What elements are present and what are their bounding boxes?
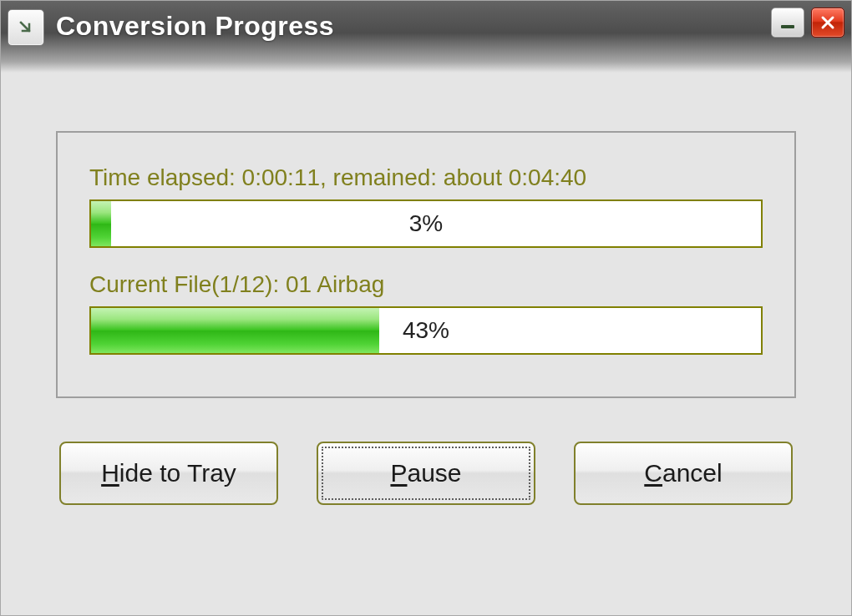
window-title: Conversion Progress (56, 11, 759, 42)
system-menu-icon[interactable] (8, 9, 44, 46)
client-area: Time elapsed: 0:00:11, remained: about 0… (1, 73, 851, 615)
overall-progress-percent: 3% (91, 201, 761, 246)
button-label: ause (407, 459, 461, 487)
mnemonic: P (390, 459, 407, 487)
minimize-icon (781, 25, 794, 28)
hide-to-tray-button[interactable]: Hide to Tray (59, 442, 278, 505)
file-progress-percent: 43% (91, 308, 761, 353)
cancel-button[interactable]: Cancel (574, 442, 793, 505)
progress-panel: Time elapsed: 0:00:11, remained: about 0… (56, 131, 796, 398)
button-row: Hide to Tray Pause Cancel (56, 442, 796, 505)
mnemonic: H (101, 459, 119, 487)
button-label: ancel (662, 459, 723, 487)
conversion-progress-window: Conversion Progress Time elapsed: 0:00:1… (0, 0, 852, 616)
overall-progress-label: Time elapsed: 0:00:11, remained: about 0… (89, 164, 763, 191)
window-controls (771, 8, 844, 38)
current-file-label: Current File(1/12): 01 Airbag (89, 271, 763, 298)
mnemonic: C (644, 459, 662, 487)
pause-button[interactable]: Pause (317, 442, 535, 505)
button-label: ide to Tray (119, 459, 236, 487)
titlebar[interactable]: Conversion Progress (1, 1, 851, 73)
close-button[interactable] (811, 8, 844, 38)
file-progress-bar: 43% (89, 306, 763, 355)
minimize-button[interactable] (771, 8, 804, 38)
close-icon (819, 14, 836, 31)
arrow-down-right-icon (18, 19, 34, 36)
overall-progress-bar: 3% (89, 199, 763, 248)
